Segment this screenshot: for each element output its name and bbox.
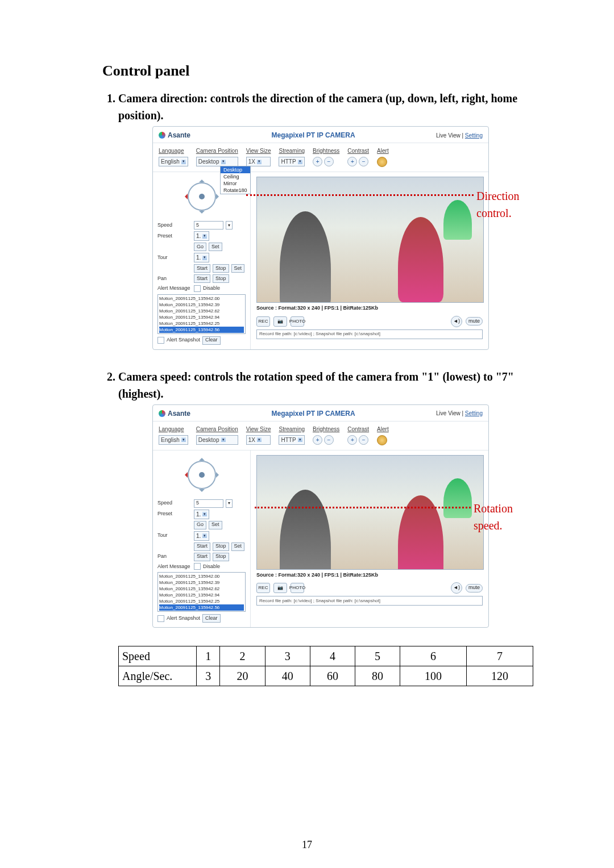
mute-button[interactable]: mute: [466, 584, 483, 592]
camera-position-select[interactable]: Desktop▾: [196, 157, 238, 166]
arrow-left-icon[interactable]: [182, 472, 188, 478]
record-button[interactable]: REC: [256, 583, 270, 593]
live-view-link[interactable]: Live View: [436, 132, 460, 139]
joystick-home-icon[interactable]: [199, 472, 205, 478]
preset-go-button[interactable]: Go: [194, 243, 206, 251]
alert-button[interactable]: [377, 157, 387, 167]
brightness-down-button[interactable]: −: [324, 157, 334, 166]
alert-snapshot-checkbox[interactable]: [157, 615, 164, 622]
tour-stop-button[interactable]: Stop: [213, 264, 229, 273]
view-size-select[interactable]: 1X▾: [246, 435, 271, 445]
brightness-down-button[interactable]: −: [324, 435, 334, 445]
direction-joystick[interactable]: [182, 455, 222, 495]
video-content-icon: [398, 217, 443, 302]
list-item[interactable]: Motion_20091125_135942.39: [159, 302, 244, 308]
view-size-select[interactable]: 1X▾: [246, 157, 271, 166]
cam-toolbar: Language English▾ Camera Position Deskto…: [153, 143, 488, 172]
alert-disable-checkbox[interactable]: [194, 285, 201, 292]
live-view-link[interactable]: Live View: [436, 410, 460, 416]
preset-select[interactable]: 1.▾: [194, 510, 209, 519]
photo-button[interactable]: PHOTO: [291, 316, 304, 327]
tour-select[interactable]: 1.▾: [194, 253, 209, 262]
list-item[interactable]: Motion_20091125_135942.94: [159, 592, 244, 598]
setting-link[interactable]: Setting: [465, 132, 483, 139]
language-select[interactable]: English▾: [159, 157, 188, 166]
pan-stop-button[interactable]: Stop: [213, 274, 229, 283]
brightness-up-button[interactable]: +: [313, 157, 322, 166]
snapshot-button[interactable]: 📷: [273, 583, 287, 593]
list-item[interactable]: Motion_20091125_135942.56: [159, 327, 244, 333]
dd-option-rotate180[interactable]: Rotate180: [221, 187, 250, 194]
record-button[interactable]: REC: [256, 316, 270, 327]
arrow-down-icon[interactable]: [199, 211, 205, 216]
direction-joystick[interactable]: [182, 177, 222, 216]
contrast-down-button[interactable]: −: [359, 435, 368, 445]
streaming-select[interactable]: HTTP▾: [279, 435, 305, 445]
camera-position-dropdown-open[interactable]: Desktop Ceiling Mirror Rotate180: [220, 166, 251, 194]
table-row: Angle/Sec. 3 20 40 60 80 100 120: [119, 666, 533, 686]
streaming-select[interactable]: HTTP▾: [279, 157, 305, 166]
arrow-up-icon[interactable]: [199, 177, 205, 182]
alert-message-list[interactable]: Motion_20091125_135942.00 Motion_2009112…: [157, 572, 246, 612]
list-item[interactable]: Motion_20091125_135942.94: [159, 314, 244, 320]
tour-start-button[interactable]: Start: [194, 264, 210, 273]
speed-input[interactable]: 5: [194, 221, 223, 229]
preset-go-button[interactable]: Go: [194, 521, 206, 529]
tour-set-button[interactable]: Set: [231, 542, 245, 551]
pan-start-button[interactable]: Start: [194, 274, 210, 283]
alert-button[interactable]: [377, 435, 387, 445]
setting-link[interactable]: Setting: [465, 410, 483, 416]
pan-stop-button[interactable]: Stop: [213, 553, 229, 561]
arrow-right-icon[interactable]: [216, 472, 222, 478]
list-item[interactable]: Motion_20091125_135942.25: [159, 320, 244, 327]
chevron-down-icon[interactable]: ▾: [226, 221, 233, 229]
mute-button[interactable]: mute: [466, 317, 483, 326]
contrast-label: Contrast: [347, 147, 369, 155]
list-item[interactable]: Motion_20091125_135942.56: [159, 604, 244, 611]
list-item[interactable]: Motion_20091125_135942.62: [159, 308, 244, 314]
contrast-down-button[interactable]: −: [359, 157, 368, 166]
tour-stop-button[interactable]: Stop: [213, 542, 229, 551]
list-item[interactable]: Motion_20091125_135942.25: [159, 598, 244, 604]
list-item[interactable]: Motion_20091125_135942.39: [159, 579, 244, 586]
table-row: Speed 1 2 3 4 5 6 7: [119, 646, 533, 666]
pan-start-button[interactable]: Start: [194, 553, 210, 561]
list-item[interactable]: Motion_20091125_135942.00: [159, 295, 244, 302]
tour-start-button[interactable]: Start: [194, 542, 210, 551]
contrast-up-button[interactable]: +: [347, 435, 357, 445]
clear-button[interactable]: Clear: [202, 336, 221, 345]
clear-button[interactable]: Clear: [202, 614, 221, 623]
sound-button[interactable]: ◄): [451, 316, 462, 327]
language-select[interactable]: English▾: [159, 435, 188, 445]
arrow-up-icon[interactable]: [199, 455, 205, 461]
alert-disable-checkbox[interactable]: [194, 563, 201, 570]
contrast-up-button[interactable]: +: [347, 157, 357, 166]
figure-1: Asante Megapixel PT IP CAMERA Live View …: [152, 126, 529, 350]
alert-snapshot-checkbox[interactable]: [157, 337, 164, 344]
snapshot-button[interactable]: 📷: [273, 316, 287, 327]
alert-message-list[interactable]: Motion_20091125_135942.00 Motion_2009112…: [157, 294, 246, 334]
preset-select[interactable]: 1.▾: [194, 231, 209, 241]
camera-position-select[interactable]: Desktop▾: [196, 435, 238, 445]
joystick-home-icon[interactable]: [199, 194, 205, 199]
dd-option-mirror[interactable]: Mirror: [221, 180, 250, 187]
arrow-right-icon[interactable]: [216, 194, 222, 199]
alert-snapshot-label: Alert Snapshot: [167, 336, 200, 344]
dd-option-ceiling[interactable]: Ceiling: [221, 173, 250, 180]
chevron-down-icon[interactable]: ▾: [226, 499, 233, 508]
file-path-bar: Record file path: [c:\video] ; Snapshot …: [256, 329, 483, 339]
dd-option-desktop[interactable]: Desktop: [221, 166, 250, 173]
preset-set-button[interactable]: Set: [209, 521, 222, 529]
list-item[interactable]: Motion_20091125_135942.00: [159, 573, 244, 579]
speed-input[interactable]: 5: [194, 499, 223, 508]
photo-button[interactable]: PHOTO: [291, 583, 304, 593]
brightness-up-button[interactable]: +: [313, 435, 322, 445]
preset-value: 1.: [196, 510, 201, 519]
tour-select[interactable]: 1.▾: [194, 531, 209, 541]
arrow-left-icon[interactable]: [182, 194, 188, 199]
preset-set-button[interactable]: Set: [209, 243, 222, 251]
tour-set-button[interactable]: Set: [231, 264, 245, 273]
arrow-down-icon[interactable]: [199, 489, 205, 495]
sound-button[interactable]: ◄): [451, 582, 462, 594]
list-item[interactable]: Motion_20091125_135942.62: [159, 586, 244, 592]
